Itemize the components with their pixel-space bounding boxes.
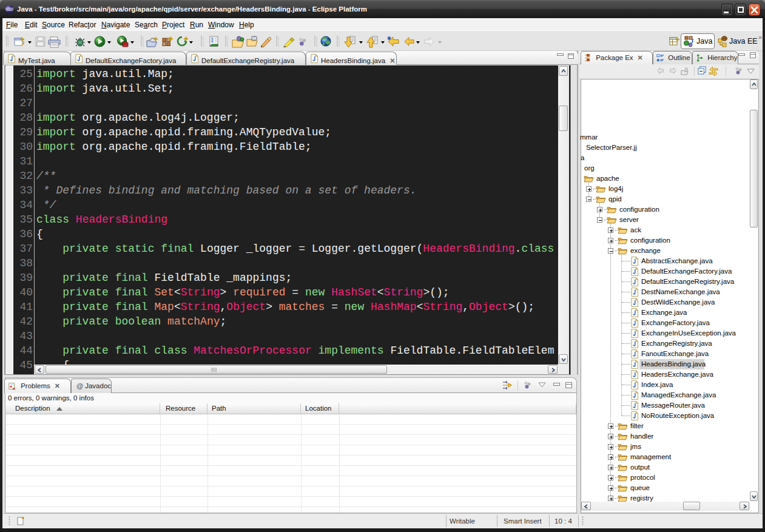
svg-text:J: J bbox=[690, 37, 694, 44]
